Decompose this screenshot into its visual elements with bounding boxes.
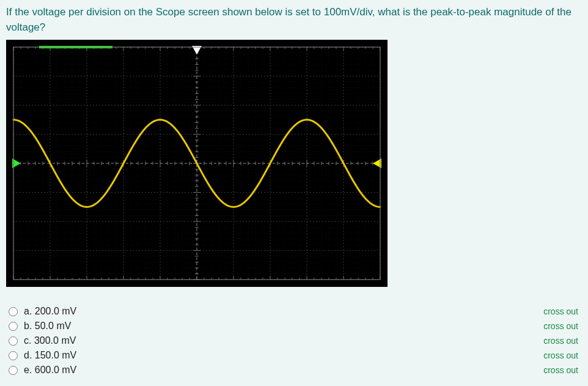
answer-label: c. 300.0 mV bbox=[24, 335, 76, 346]
scope-svg bbox=[7, 41, 386, 286]
answer-label: e. 600.0 mV bbox=[24, 365, 76, 376]
cross-out-link[interactable]: cross out bbox=[543, 321, 578, 331]
answer-label: b. 50.0 mV bbox=[24, 321, 71, 332]
cross-out-link[interactable]: cross out bbox=[543, 336, 578, 346]
answer-radio-c[interactable] bbox=[9, 336, 18, 346]
answer-radio-e[interactable] bbox=[9, 366, 18, 375]
answer-radio-a[interactable] bbox=[9, 307, 18, 316]
answer-list: a. 200.0 mV cross out b. 50.0 mV cross o… bbox=[6, 304, 582, 377]
answer-radio-d[interactable] bbox=[9, 351, 18, 360]
cross-out-link[interactable]: cross out bbox=[543, 351, 578, 360]
answer-label: a. 200.0 mV bbox=[24, 306, 76, 317]
question-text: If the voltage per division on the Scope… bbox=[6, 5, 582, 35]
answer-option[interactable]: e. 600.0 mV cross out bbox=[6, 363, 582, 377]
answer-option[interactable]: c. 300.0 mV cross out bbox=[6, 333, 582, 348]
answer-option[interactable]: d. 150.0 mV cross out bbox=[6, 348, 582, 363]
cross-out-link[interactable]: cross out bbox=[543, 306, 578, 316]
answer-option[interactable]: a. 200.0 mV cross out bbox=[6, 304, 582, 319]
answer-option[interactable]: b. 50.0 mV cross out bbox=[6, 319, 582, 333]
answer-radio-b[interactable] bbox=[9, 322, 18, 331]
oscilloscope-screen bbox=[6, 40, 388, 287]
cross-out-link[interactable]: cross out bbox=[543, 365, 578, 375]
answer-label: d. 150.0 mV bbox=[24, 350, 76, 361]
